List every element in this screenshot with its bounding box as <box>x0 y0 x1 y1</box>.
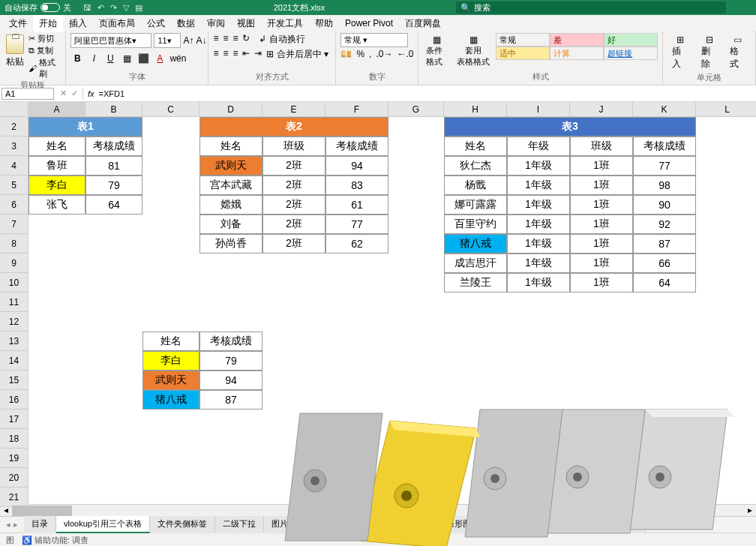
align-bot-icon[interactable]: ≡ <box>232 33 238 46</box>
col-header-E[interactable]: E <box>262 102 326 117</box>
cell[interactable]: 杨戬 <box>444 176 507 195</box>
row-header-14[interactable]: 14 <box>0 351 28 370</box>
cell[interactable]: 1班 <box>570 234 633 254</box>
cell[interactable]: 1年级 <box>507 234 570 254</box>
indent-dec-icon[interactable]: ⇤ <box>242 48 250 61</box>
paste-button[interactable]: 粘贴 <box>4 33 26 70</box>
decrease-decimal-icon[interactable]: ←.0 <box>397 49 413 59</box>
italic-button[interactable]: I <box>87 53 100 64</box>
cell[interactable]: 猪八戒 <box>444 234 507 254</box>
sheet-tab-0[interactable]: 目录 <box>24 516 56 533</box>
cell[interactable]: 98 <box>633 176 696 195</box>
col-header-J[interactable]: J <box>570 102 633 117</box>
increase-font-icon[interactable]: A↑ <box>183 35 194 46</box>
col-header-A[interactable]: A <box>28 102 86 117</box>
cell[interactable]: 武则天 <box>142 370 200 390</box>
filter-icon[interactable]: ▽ <box>123 3 129 13</box>
cell[interactable]: 考核成绩 <box>326 136 388 156</box>
fx-icon[interactable]: fx <box>88 89 94 98</box>
accessibility-status[interactable]: ♿ 辅助功能: 调查 <box>22 535 88 546</box>
cell[interactable]: 成吉思汗 <box>444 254 507 273</box>
cell[interactable]: 2班 <box>262 156 326 176</box>
cell[interactable]: 87 <box>633 234 696 254</box>
row-header-12[interactable]: 12 <box>0 312 28 332</box>
row-header-8[interactable]: 8 <box>0 234 28 254</box>
menu-tab-1[interactable]: 开始 <box>33 15 63 32</box>
cell[interactable]: 班级 <box>570 136 633 156</box>
style-normal[interactable]: 常规 <box>496 33 550 46</box>
formula-input[interactable]: =XFD1 <box>99 89 125 98</box>
border-button[interactable]: ▦ <box>120 53 134 64</box>
delete-cells-button[interactable]: ⊟删除 <box>697 33 722 72</box>
form-icon[interactable]: ▤ <box>135 3 142 13</box>
tab-nav-next-icon[interactable]: ▸ <box>14 520 18 530</box>
col-header-F[interactable]: F <box>326 102 388 117</box>
cell[interactable]: 嫦娥 <box>200 195 262 214</box>
wrap-text-button[interactable]: ↲ 自动换行 <box>259 33 304 46</box>
style-link[interactable]: 超链接 <box>604 46 658 60</box>
cell[interactable]: 1班 <box>570 176 633 195</box>
cell[interactable]: 62 <box>326 234 388 254</box>
menu-tab-2[interactable]: 插入 <box>63 15 93 32</box>
increase-decimal-icon[interactable]: .0→ <box>376 49 392 59</box>
cell[interactable]: 宫本武藏 <box>200 176 262 195</box>
cell[interactable]: 1年级 <box>507 254 570 273</box>
cell[interactable]: 2班 <box>262 234 326 254</box>
comma-icon[interactable]: , <box>369 49 371 59</box>
cell[interactable]: 表2 <box>200 117 388 136</box>
format-as-table-button[interactable]: ▦ 套用 表格格式 <box>454 33 493 69</box>
cell[interactable]: 班级 <box>262 136 326 156</box>
row-header-9[interactable]: 9 <box>0 254 28 273</box>
cell[interactable]: 66 <box>633 254 696 273</box>
col-header-C[interactable]: C <box>142 102 200 117</box>
save-icon[interactable]: 🖫 <box>83 3 92 13</box>
cell[interactable]: 79 <box>200 351 262 370</box>
align-top-icon[interactable]: ≡ <box>213 33 218 46</box>
col-header-L[interactable]: L <box>696 102 756 117</box>
row-header-5[interactable]: 5 <box>0 176 28 195</box>
align-mid-icon[interactable]: ≡ <box>223 33 228 46</box>
cell[interactable]: 1班 <box>570 254 633 273</box>
sheet-tab-2[interactable]: 文件夹侧标签 <box>150 516 215 533</box>
cell[interactable]: 李白 <box>28 176 86 195</box>
cell[interactable]: 考核成绩 <box>633 136 696 156</box>
cell[interactable]: 94 <box>326 156 388 176</box>
name-box-input[interactable]: A1 <box>2 88 54 100</box>
format-cells-button[interactable]: ▭格式 <box>725 33 751 72</box>
style-good[interactable]: 好 <box>604 33 658 46</box>
merge-button[interactable]: ⊞ 合并后居中 ▾ <box>266 48 328 61</box>
cell[interactable]: 90 <box>633 195 696 214</box>
cell[interactable]: 表1 <box>28 117 142 136</box>
cell[interactable]: 2班 <box>262 214 326 234</box>
col-header-G[interactable]: G <box>388 102 444 117</box>
menu-tab-4[interactable]: 公式 <box>141 15 171 32</box>
cut-button[interactable]: ✂剪切 <box>28 33 61 44</box>
select-all-corner[interactable] <box>0 102 28 117</box>
fill-color-button[interactable]: ⬛ <box>136 53 150 64</box>
cell[interactable]: 87 <box>200 390 262 410</box>
cell[interactable]: 1年级 <box>507 176 570 195</box>
col-header-H[interactable]: H <box>444 102 507 117</box>
auto-save-toggle[interactable]: 自动保存 关 <box>0 2 76 14</box>
undo-icon[interactable]: ↶ <box>98 3 104 13</box>
percent-icon[interactable]: % <box>356 49 364 59</box>
cell[interactable]: 刘备 <box>200 214 262 234</box>
cell[interactable]: 61 <box>326 195 388 214</box>
menu-tab-6[interactable]: 审阅 <box>201 15 231 32</box>
orientation-icon[interactable]: ↻ <box>242 33 250 46</box>
cell[interactable]: 77 <box>326 214 388 234</box>
col-header-B[interactable]: B <box>86 102 142 117</box>
style-calc[interactable]: 计算 <box>550 46 604 60</box>
insert-cells-button[interactable]: ⊞插入 <box>668 33 693 72</box>
cell[interactable]: 猪八戒 <box>142 390 200 410</box>
menu-tab-7[interactable]: 视图 <box>231 15 261 32</box>
cell[interactable]: 2班 <box>262 195 326 214</box>
cell[interactable]: 64 <box>633 273 696 292</box>
worksheet-area[interactable]: ABCDEFGHIJKL 234567891011121314151617181… <box>0 102 756 504</box>
cell[interactable]: 百里守约 <box>444 214 507 234</box>
row-header-6[interactable]: 6 <box>0 195 28 214</box>
cell[interactable]: 83 <box>326 176 388 195</box>
underline-button[interactable]: U <box>104 53 117 64</box>
cell[interactable]: 79 <box>86 176 142 195</box>
cell[interactable]: 张飞 <box>28 195 86 214</box>
